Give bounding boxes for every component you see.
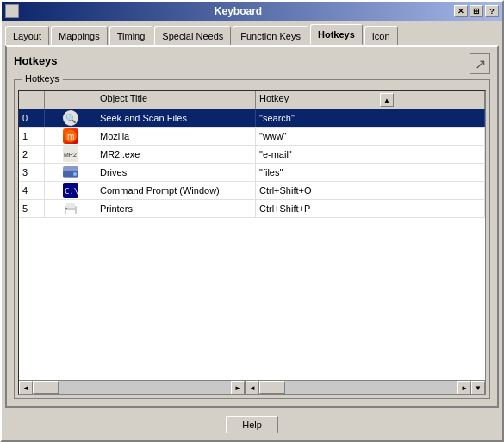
tab-hotkeys[interactable]: Hotkeys	[310, 24, 363, 45]
row-num: 0	[19, 109, 45, 127]
right-scrollbar: ◄ ►	[246, 381, 471, 394]
help-icon-btn[interactable]: ?	[485, 5, 499, 17]
row-num: 1	[19, 128, 45, 145]
row-icon-cell: 🔍	[45, 109, 96, 127]
page-title: Hotkeys	[14, 54, 58, 67]
svg-text:C:\: C:\	[65, 187, 78, 196]
drives-icon	[63, 165, 78, 180]
row-extra	[376, 109, 485, 127]
row-icon-cell: C:\	[45, 182, 96, 199]
tab-special-needs[interactable]: Special Needs	[154, 26, 231, 45]
mr2l-icon: MR2	[63, 146, 78, 162]
svg-text:MR2: MR2	[64, 152, 77, 158]
row-title: Seek and Scan Files	[96, 109, 256, 127]
scroll-left-btn[interactable]: ◄	[19, 381, 33, 395]
title-bar-controls: ✕ ⊞ ?	[454, 5, 499, 17]
scroll-track-h[interactable]	[33, 381, 231, 394]
window-title: Keyboard	[22, 5, 454, 17]
footer: Help	[2, 411, 502, 440]
tab-icon[interactable]: Icon	[364, 26, 398, 45]
row-hotkey: "www"	[256, 128, 376, 145]
row-hotkey: Ctrl+Shift+O	[256, 182, 376, 199]
row-extra	[376, 146, 485, 163]
svg-point-6	[73, 172, 77, 176]
svg-rect-10	[66, 203, 75, 208]
row-extra	[376, 200, 485, 217]
col-icon	[45, 91, 96, 109]
scroll-thumb-h2	[259, 381, 285, 394]
tab-mappings[interactable]: Mappings	[51, 26, 108, 45]
row-title: Command Prompt (Window)	[96, 182, 256, 199]
col-hotkey: Hotkey	[256, 91, 376, 109]
printer-icon	[63, 201, 78, 216]
scroll-down-btn[interactable]: ▼	[471, 381, 485, 395]
col-title: Object Title	[96, 91, 256, 109]
tab-function-keys[interactable]: Function Keys	[233, 26, 308, 45]
row-title: Drives	[96, 164, 256, 181]
close-button[interactable]: ✕	[454, 5, 468, 17]
row-title: Mozilla	[96, 128, 256, 145]
scroll-track-h2[interactable]	[259, 381, 457, 394]
row-title: MR2l.exe	[96, 146, 256, 163]
row-hotkey: "files"	[256, 164, 376, 181]
svg-rect-11	[66, 210, 75, 215]
table-row[interactable]: 1 m Mozilla "www"	[19, 128, 485, 146]
row-hotkey: "search"	[256, 109, 376, 127]
scrollbar-up[interactable]: ▲	[380, 93, 394, 107]
row-hotkey: Ctrl+Shift+P	[256, 200, 376, 217]
maximize-button[interactable]: ⊞	[470, 5, 483, 17]
row-title: Printers	[96, 200, 256, 217]
svg-text:m: m	[67, 132, 74, 141]
row-num: 3	[19, 164, 45, 181]
seek-icon: 🔍	[63, 110, 78, 126]
tab-layout[interactable]: Layout	[5, 26, 49, 45]
tabs-row: Layout Mappings Timing Special Needs Fun…	[2, 21, 502, 45]
hotkeys-group: Hotkeys Object Title Hotkey ▲ 0	[14, 79, 490, 399]
row-num: 4	[19, 182, 45, 199]
row-icon-cell: m	[45, 128, 96, 145]
scroll-right2-btn[interactable]: ►	[457, 381, 471, 395]
table-row[interactable]: 4 C:\ Command Prompt (Window) Ctrl+Shift…	[19, 182, 485, 200]
row-extra	[376, 182, 485, 199]
mozilla-icon: m	[63, 128, 78, 144]
table-row[interactable]: 2 MR2 MR2l.exe "e-mail"	[19, 146, 485, 164]
row-icon-cell	[45, 164, 96, 181]
row-hotkey: "e-mail"	[256, 146, 376, 163]
cmd-icon: C:\	[63, 183, 78, 198]
row-num: 5	[19, 200, 45, 217]
svg-rect-12	[65, 208, 67, 209]
table-row[interactable]: 0 🔍 Seek and Scan Files "search"	[19, 109, 485, 128]
scroll-left2-btn[interactable]: ◄	[246, 381, 259, 395]
window-icon	[5, 4, 19, 18]
left-scrollbar: ◄ ►	[19, 381, 245, 394]
col-num	[19, 91, 45, 109]
row-extra	[376, 164, 485, 181]
scrollbar-corner: ▼	[471, 381, 485, 394]
table-row[interactable]: 5 Printers Ctrl+Shift+P	[19, 200, 485, 218]
table-header: Object Title Hotkey ▲	[19, 91, 485, 109]
row-icon-cell: MR2	[45, 146, 96, 163]
horizontal-scrollbar: ◄ ► ◄ ► ▼	[19, 380, 485, 394]
row-icon-cell	[45, 200, 96, 217]
main-window: Keyboard ✕ ⊞ ? Layout Mappings Timing Sp…	[0, 0, 504, 442]
content-area: Hotkeys ↗ Hotkeys Object Title Hotkey ▲	[5, 45, 499, 408]
tab-timing[interactable]: Timing	[109, 26, 153, 45]
page-decoration: ↗	[470, 53, 490, 74]
title-bar-left	[5, 4, 22, 18]
title-bar: Keyboard ✕ ⊞ ?	[2, 2, 502, 21]
group-label: Hotkeys	[22, 73, 63, 84]
scroll-thumb-h	[33, 381, 59, 394]
scroll-right-btn[interactable]: ►	[231, 381, 245, 395]
col-extra: ▲	[376, 91, 485, 109]
table-body: 0 🔍 Seek and Scan Files "search" 1	[19, 109, 485, 380]
help-button[interactable]: Help	[226, 416, 278, 433]
hotkeys-table: Object Title Hotkey ▲ 0 🔍 Seek and Scan …	[18, 90, 486, 395]
table-row[interactable]: 3 Drives "files"	[19, 164, 485, 182]
row-num: 2	[19, 146, 45, 163]
row-extra	[376, 128, 485, 145]
